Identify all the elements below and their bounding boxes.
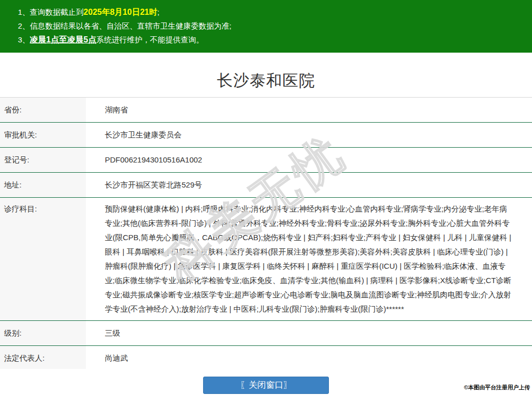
table-row-province: 省份: 湖南省 [0, 98, 532, 123]
table-row-legal-representative: 法定代表人: 尚迪武 [0, 346, 532, 369]
page-title: 长沙泰和医院 [0, 71, 532, 90]
hospital-info-table: 省份: 湖南省 审批机关: 长沙市卫生健康委员会 登记号: PDF0062194… [0, 97, 532, 369]
table-row-medical-subjects: 诊疗科目: 预防保健科(健康体检) | 内科;呼吸内科专业;消化内科专业;神经内… [0, 198, 532, 321]
info-label: 审批机关: [0, 123, 86, 147]
notice-text: 查询数据截止到 [30, 8, 83, 16]
notice-line-3: 3、凌晨1点至凌晨5点系统进行维护，不能提供查询。 [18, 33, 522, 46]
info-label: 法定代表人: [0, 346, 86, 369]
notice-banner: 1、查询数据截止到2025年8月10日21时; 2、信息数据结果以各省、自治区、… [0, 0, 532, 53]
info-value: PDF00621943010516A1002 [86, 148, 532, 172]
notice-line-2: 2、信息数据结果以各省、自治区、直辖市卫生健康委数据为准; [18, 19, 522, 33]
info-value: 湖南省 [86, 98, 532, 122]
notice-number: 2、 [18, 21, 30, 30]
info-label: 登记号: [0, 148, 86, 172]
upload-credit-stamp: ©本图由平台注册用户上传 [464, 384, 530, 391]
info-value: 预防保健科(健康体检) | 内科;呼吸内科专业;消化内科专业;神经内科专业;心血… [86, 198, 532, 320]
table-row-address: 地址: 长沙市开福区芙蓉北路529号 [0, 173, 532, 198]
info-label: 级别: [0, 321, 86, 345]
notice-text-end: 系统进行维护，不能提供查询。 [96, 35, 204, 44]
info-value: 三级 [86, 321, 532, 345]
close-window-button[interactable]: 〖关闭窗口〗 [203, 377, 329, 394]
table-row-approval-authority: 审批机关: 长沙市卫生健康委员会 [0, 123, 532, 148]
info-value: 尚迪武 [86, 346, 532, 369]
info-label: 地址: [0, 173, 86, 197]
notice-highlight-maintenance: 凌晨1点至凌晨5点 [30, 35, 96, 44]
content-area: 1、查询数据截止到2025年8月10日21时; 2、信息数据结果以各省、自治区、… [0, 0, 532, 369]
notice-highlight-date: 2025年8月10日21时 [83, 8, 157, 16]
info-value: 长沙市卫生健康委员会 [86, 123, 532, 147]
info-label: 省份: [0, 98, 86, 122]
notice-text: 信息数据结果以各省、自治区、直辖市卫生健康委数据为准; [30, 21, 231, 30]
table-row-registration-number: 登记号: PDF00621943010516A1002 [0, 148, 532, 173]
table-row-level: 级别: 三级 [0, 321, 532, 346]
notice-line-1: 1、查询数据截止到2025年8月10日21时; [18, 5, 522, 19]
info-label: 诊疗科目: [0, 198, 86, 320]
notice-number: 1、 [18, 8, 30, 16]
info-value: 长沙市开福区芙蓉北路529号 [86, 173, 532, 197]
notice-number: 3、 [18, 35, 30, 44]
notice-text-end: ; [157, 8, 159, 16]
query-result-page: 1、查询数据截止到2025年8月10日21时; 2、信息数据结果以各省、自治区、… [0, 0, 532, 396]
